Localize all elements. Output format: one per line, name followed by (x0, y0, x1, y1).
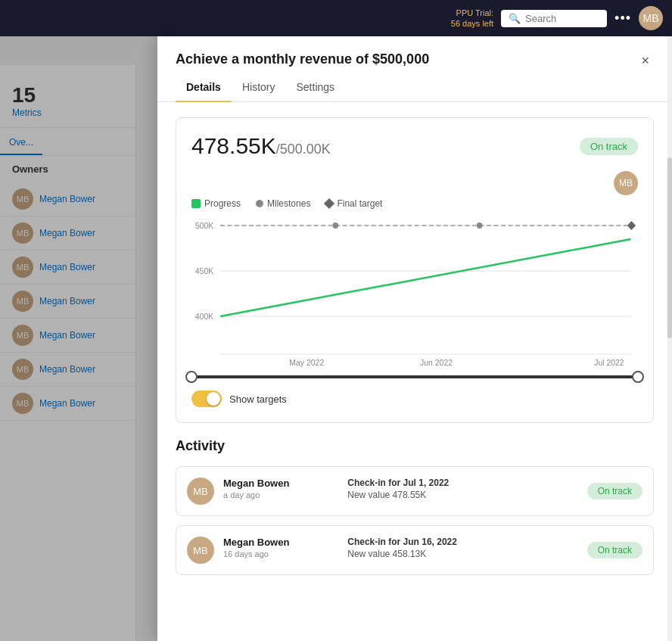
activity-user-name: Megan Bowen (223, 537, 338, 548)
progress-icon (191, 199, 201, 208)
activity-item: MB Megan Bowen a day ago Check-in for Ju… (176, 466, 654, 516)
slider-track (191, 375, 638, 378)
activity-info: Megan Bowen a day ago (223, 478, 338, 499)
legend-milestones: Milestones (256, 198, 310, 209)
activity-check: Check-in for Jul 1, 2022 New value 478.5… (347, 478, 577, 500)
activity-time: a day ago (223, 490, 338, 499)
avatar: MB (187, 537, 214, 564)
current-value: 478.55K (191, 133, 276, 158)
modal-close-button[interactable]: × (636, 51, 654, 70)
search-icon: 🔍 (509, 13, 521, 24)
tab-history[interactable]: History (232, 73, 286, 102)
activity-item: MB Megan Bowen 16 days ago Check-in for … (176, 525, 654, 575)
svg-point-8 (333, 222, 339, 229)
activity-user-name: Megan Bowen (223, 478, 338, 489)
user-avatar[interactable]: MB (639, 6, 663, 30)
activity-check-title: Check-in for Jun 16, 2022 (347, 537, 577, 547)
svg-text:450K: 450K (195, 266, 214, 275)
metric-value-display: 478.55K/500.00K (191, 133, 331, 159)
svg-text:500K: 500K (195, 221, 214, 230)
tab-settings[interactable]: Settings (285, 73, 345, 102)
trial-line1: PPU Trial: (451, 8, 493, 18)
search-input[interactable] (525, 13, 601, 24)
more-options-button[interactable]: ••• (614, 11, 631, 26)
activity-time: 16 days ago (223, 549, 338, 559)
final-target-icon (324, 198, 334, 209)
modal-title: Achieve a monthly revenue of $500,000 (176, 51, 429, 67)
time-range-slider[interactable] (191, 375, 638, 378)
trial-line2: 56 days left (451, 18, 493, 29)
show-targets-toggle[interactable] (191, 391, 222, 407)
activity-status-badge: On track (587, 542, 642, 559)
svg-text:Jul 2022: Jul 2022 (594, 358, 624, 367)
metric-value-section: 478.55K/500.00K On track MB Progress (176, 117, 654, 423)
metric-main-value: 478.55K/500.00K On track (191, 133, 638, 159)
legend-final-target: Final target (325, 198, 382, 209)
activity-status-badge: On track (587, 483, 642, 499)
legend-milestones-label: Milestones (267, 198, 310, 209)
svg-text:Jun 2022: Jun 2022 (420, 358, 453, 367)
avatar: MB (187, 478, 214, 505)
legend-final-target-label: Final target (337, 198, 382, 209)
topbar: PPU Trial: 56 days left 🔍 ••• MB (0, 0, 672, 36)
activity-check-value: New value 478.55K (347, 490, 577, 500)
trial-info: PPU Trial: 56 days left (451, 8, 493, 30)
show-targets-row: Show targets (191, 391, 638, 407)
legend-progress-label: Progress (204, 198, 241, 209)
modal-scrollbar-thumb (667, 157, 672, 339)
chart-svg: 500K 450K 400K (191, 218, 638, 369)
search-box[interactable]: 🔍 (501, 10, 607, 27)
activity-section: Activity MB Megan Bowen a day ago Check-… (176, 438, 654, 575)
chart-user-avatar: MB (614, 171, 638, 195)
activity-header: Activity (176, 438, 654, 454)
legend-progress: Progress (191, 198, 241, 209)
slider-left-handle[interactable] (185, 371, 198, 383)
chart-area: 500K 450K 400K (191, 218, 638, 369)
main-layout: 15 Metrics Ove... Owners MB Megan Bower … (0, 65, 672, 641)
toggle-knob (207, 392, 220, 406)
modal-tabs: Details History Settings (157, 73, 672, 102)
modal-header: Achieve a monthly revenue of $500,000 × (157, 36, 672, 70)
svg-point-9 (477, 222, 483, 229)
tab-details[interactable]: Details (176, 73, 232, 102)
svg-text:400K: 400K (195, 312, 214, 321)
activity-check-value: New value 458.13K (347, 549, 577, 559)
activity-check: Check-in for Jun 16, 2022 New value 458.… (347, 537, 577, 559)
svg-text:May 2022: May 2022 (289, 358, 324, 367)
show-targets-label: Show targets (229, 394, 287, 405)
svg-marker-10 (627, 221, 636, 230)
target-value: 500.00K (280, 142, 331, 157)
slider-right-handle[interactable] (632, 371, 644, 383)
chart-legend: Progress Milestones Final target (191, 198, 638, 209)
milestones-icon (256, 200, 263, 207)
modal-scrollbar[interactable] (667, 36, 672, 641)
activity-info: Megan Bowen 16 days ago (223, 537, 338, 559)
modal-panel: Achieve a monthly revenue of $500,000 × … (157, 36, 672, 641)
modal-body: 478.55K/500.00K On track MB Progress (157, 102, 672, 641)
status-badge: On track (580, 138, 638, 155)
modal-overlay: Achieve a monthly revenue of $500,000 × … (0, 36, 672, 641)
activity-check-title: Check-in for Jul 1, 2022 (347, 478, 577, 488)
